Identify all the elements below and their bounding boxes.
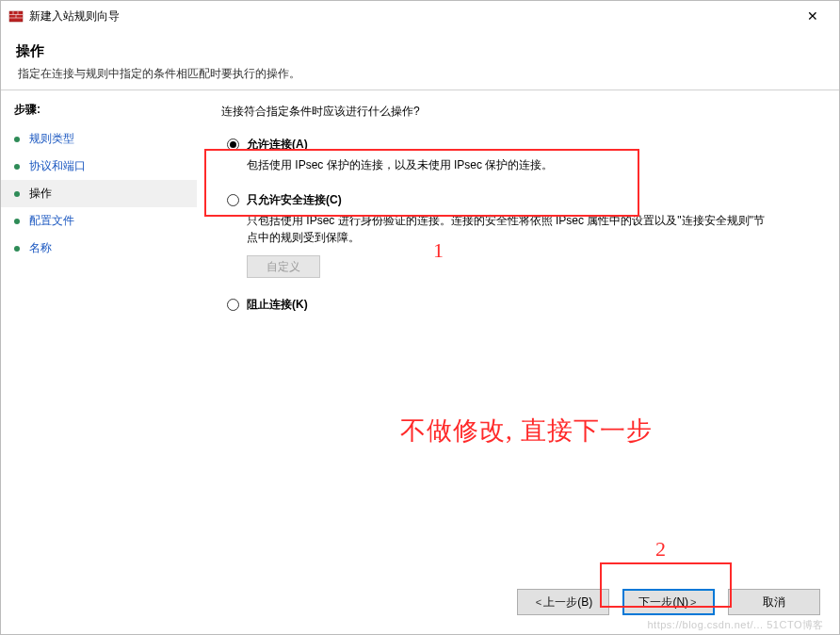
wizard-content: 连接符合指定条件时应该进行什么操作? 允许连接(A) 包括使用 IPsec 保护…: [197, 90, 839, 590]
chevron-left-icon: <: [536, 596, 541, 608]
wizard-footer: < 上一步(B) 下一步(N) > 取消: [517, 589, 820, 615]
step-label: 配置文件: [29, 213, 74, 229]
bullet-icon: [14, 191, 20, 197]
bullet-icon: [14, 137, 20, 142]
step-rule-type[interactable]: 规则类型: [1, 125, 197, 153]
action-options: 允许连接(A) 包括使用 IPsec 保护的连接，以及未使用 IPsec 保护的…: [227, 137, 816, 313]
option-allow-connection[interactable]: 允许连接(A) 包括使用 IPsec 保护的连接，以及未使用 IPsec 保护的…: [227, 137, 816, 173]
bullet-icon: [14, 164, 20, 170]
action-question: 连接符合指定条件时应该进行什么操作?: [221, 104, 816, 120]
steps-sidebar: 步骤: 规则类型 协议和端口 操作 配置文件 名称: [1, 90, 197, 590]
step-label: 名称: [29, 240, 52, 256]
option-label: 只允许安全连接(C): [247, 192, 342, 208]
step-action[interactable]: 操作: [1, 180, 197, 207]
step-label: 规则类型: [29, 131, 74, 147]
radio-allow-secure[interactable]: [227, 194, 239, 206]
titlebar: 新建入站规则向导 ✕: [1, 1, 839, 31]
bullet-icon: [14, 219, 20, 224]
step-profile[interactable]: 配置文件: [1, 207, 197, 235]
option-label: 阻止连接(K): [247, 297, 308, 313]
window-title: 新建入站规则向导: [29, 8, 120, 24]
next-label: 下一步(N): [638, 594, 688, 611]
option-desc: 只包括使用 IPsec 进行身份验证的连接。连接的安全性将依照 IPsec 属性…: [247, 212, 774, 246]
back-label: 上一步(B): [543, 594, 592, 611]
radio-block[interactable]: [227, 299, 239, 311]
page-header: 操作 指定在连接与规则中指定的条件相匹配时要执行的操作。: [1, 31, 839, 90]
back-button[interactable]: < 上一步(B): [517, 589, 609, 615]
watermark: https://blog.csdn.net/... 51CTO博客: [648, 618, 825, 632]
option-allow-secure-connection[interactable]: 只允许安全连接(C) 只包括使用 IPsec 进行身份验证的连接。连接的安全性将…: [227, 192, 816, 278]
option-label: 允许连接(A): [247, 137, 308, 153]
option-desc: 包括使用 IPsec 保护的连接，以及未使用 IPsec 保护的连接。: [247, 156, 774, 173]
next-button[interactable]: 下一步(N) >: [622, 589, 715, 615]
cancel-button[interactable]: 取消: [728, 589, 820, 615]
close-button[interactable]: ✕: [794, 3, 832, 29]
bullet-icon: [14, 246, 20, 252]
step-label: 协议和端口: [29, 158, 86, 174]
step-protocol-port[interactable]: 协议和端口: [1, 153, 197, 180]
radio-allow[interactable]: [227, 138, 239, 151]
step-name[interactable]: 名称: [1, 235, 197, 262]
firewall-icon: [8, 8, 24, 24]
steps-header: 步骤:: [1, 98, 197, 125]
option-block-connection[interactable]: 阻止连接(K): [227, 297, 816, 313]
cancel-label: 取消: [763, 594, 785, 611]
page-subtitle: 指定在连接与规则中指定的条件相匹配时要执行的操作。: [16, 66, 824, 82]
chevron-right-icon: >: [690, 596, 696, 608]
page-title: 操作: [16, 42, 824, 60]
step-label: 操作: [29, 186, 52, 202]
customize-button: 自定义: [247, 255, 320, 278]
wizard-body: 步骤: 规则类型 协议和端口 操作 配置文件 名称 连接符合指定条件时应该进行什…: [1, 90, 839, 590]
